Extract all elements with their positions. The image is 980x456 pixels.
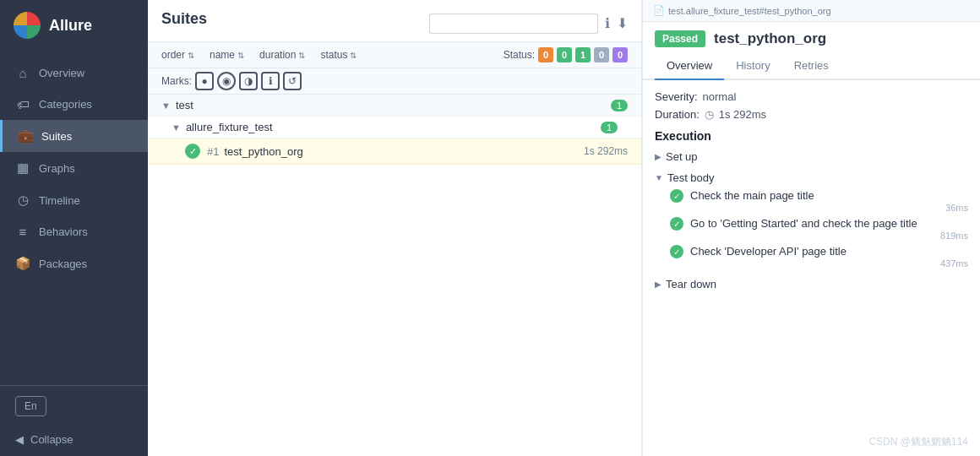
sort-status-icon: ⇅ xyxy=(350,51,357,60)
step-item-2: ✓ Check 'Developer API' page title 437ms xyxy=(655,242,968,270)
sidebar-item-overview[interactable]: ⌂ Overview xyxy=(0,57,148,89)
step-item-1: ✓ Go to 'Getting Started' and check the … xyxy=(655,214,968,242)
suites-title-row: Suites ℹ ⬇ xyxy=(161,10,628,36)
passed-badge: Passed xyxy=(655,30,705,47)
step-text-2: Check 'Developer API' page title xyxy=(690,245,968,258)
chevron-left-icon: ◀ xyxy=(15,433,24,446)
status-filter-label: Status: xyxy=(504,49,535,61)
mark-refresh[interactable]: ↺ xyxy=(283,72,302,90)
sub-suite-count: 1 xyxy=(601,122,618,133)
step-check-0: ✓ xyxy=(670,189,683,203)
col-order-label: order xyxy=(161,49,185,61)
sidebar-item-behaviors[interactable]: ≡ Behaviors xyxy=(0,216,148,247)
timeline-icon: ◷ xyxy=(15,193,30,208)
duration-label: Duration: xyxy=(655,108,700,121)
setup-caret-icon: ▶ xyxy=(655,152,662,161)
step-check-1: ✓ xyxy=(670,217,683,231)
test-status-passed-icon: ✓ xyxy=(185,144,200,159)
steps-list: ✓ Check the main page title 36ms ✓ Go to… xyxy=(655,187,968,270)
step-text-1: Go to 'Getting Started' and check the pa… xyxy=(690,217,968,230)
search-input[interactable] xyxy=(429,14,598,34)
test-body-row[interactable]: ▼ Test body xyxy=(655,169,968,187)
status-badge-skipped[interactable]: 0 xyxy=(594,47,609,62)
detail-panel: 📄 test.allure_fixture_test#test_python_o… xyxy=(642,0,980,456)
step-check-2: ✓ xyxy=(670,245,683,258)
teardown-row[interactable]: ▶ Tear down xyxy=(655,275,968,293)
sidebar-item-graphs[interactable]: ▦ Graphs xyxy=(0,152,148,184)
detail-title-row: Passed test_python_org xyxy=(643,22,980,52)
download-icon[interactable]: ⬇ xyxy=(617,15,628,31)
test-duration: 1s 292ms xyxy=(584,145,628,157)
suite-name-test: test xyxy=(176,99,193,111)
sidebar-item-categories[interactable]: 🏷 Categories xyxy=(0,89,148,120)
suites-panel: Suites ℹ ⬇ order ⇅ name ⇅ duration ⇅ sta… xyxy=(148,0,642,456)
behaviors-icon: ≡ xyxy=(15,225,30,239)
setup-row[interactable]: ▶ Set up xyxy=(655,148,968,166)
col-duration-label: duration xyxy=(259,49,296,61)
detail-body: Severity: normal Duration: ◷ 1s 292ms Ex… xyxy=(643,80,980,428)
col-order[interactable]: order ⇅ xyxy=(161,49,194,61)
briefcase-icon: 💼 xyxy=(18,128,33,144)
app-logo: Allure xyxy=(0,0,148,51)
sidebar-item-suites[interactable]: 💼 Suites xyxy=(0,120,148,152)
suite-count-test: 1 xyxy=(611,100,628,111)
marks-row: Marks: ● ◉ ◑ ℹ ↺ xyxy=(148,68,641,95)
clock-icon: ◷ xyxy=(705,108,714,121)
status-badge-broken[interactable]: 0 xyxy=(557,47,572,62)
col-duration[interactable]: duration ⇅ xyxy=(259,49,305,61)
status-badge-unknown[interactable]: 0 xyxy=(612,47,628,62)
detail-tabs: Overview History Retries xyxy=(643,52,980,80)
severity-label: Severity: xyxy=(655,90,698,103)
packages-icon: 📦 xyxy=(15,256,30,271)
watermark: CSDN @魑魅魍魉114 xyxy=(643,428,980,456)
test-body-label: Test body xyxy=(667,171,715,184)
sidebar-item-timeline[interactable]: ◷ Timeline xyxy=(0,184,148,216)
step-duration-1: 819ms xyxy=(940,231,968,241)
collapse-button[interactable]: ◀ Collapse xyxy=(15,433,133,446)
mark-info[interactable]: ℹ xyxy=(261,72,280,90)
tab-retries[interactable]: Retries xyxy=(782,52,841,80)
sort-duration-icon: ⇅ xyxy=(298,51,305,60)
breadcrumb-file-icon: 📄 xyxy=(653,5,665,16)
mark-half[interactable]: ◑ xyxy=(239,72,258,90)
test-list: ▼ test 1 ▼ allure_fixture_test 1 ✓ #1 te… xyxy=(148,95,641,456)
severity-row: Severity: normal xyxy=(655,90,968,103)
tab-history[interactable]: History xyxy=(724,52,781,80)
status-badge-passed[interactable]: 1 xyxy=(575,47,591,62)
execution-title: Execution xyxy=(655,129,968,143)
info-icon[interactable]: ℹ xyxy=(605,15,610,31)
mark-filled-circle[interactable]: ● xyxy=(195,72,214,90)
col-status-label: status xyxy=(320,49,347,61)
bar-chart-icon: ▦ xyxy=(15,160,30,176)
sidebar-label-packages: Packages xyxy=(39,258,87,270)
suite-header-test[interactable]: ▼ test 1 xyxy=(148,95,641,117)
severity-value: normal xyxy=(703,90,737,103)
tab-overview[interactable]: Overview xyxy=(655,52,724,80)
detail-test-name: test_python_org xyxy=(714,30,826,47)
sub-suite-header-allure[interactable]: ▼ allure_fixture_test 1 xyxy=(148,117,641,138)
sidebar-label-graphs: Graphs xyxy=(39,162,75,175)
teardown-label: Tear down xyxy=(666,278,716,290)
suites-header: Suites ℹ ⬇ xyxy=(148,0,641,42)
suite-toggle-test: ▼ xyxy=(161,100,171,111)
sidebar-label-behaviors: Behaviors xyxy=(39,225,88,238)
col-name[interactable]: name ⇅ xyxy=(210,49,244,61)
sub-suite-name: allure_fixture_test xyxy=(186,121,273,133)
setup-label: Set up xyxy=(666,150,698,163)
col-status[interactable]: status ⇅ xyxy=(320,49,357,61)
sidebar-item-packages[interactable]: 📦 Packages xyxy=(0,247,148,280)
sidebar-nav: ⌂ Overview 🏷 Categories 💼 Suites ▦ Graph… xyxy=(0,51,148,385)
language-button[interactable]: En xyxy=(15,396,46,416)
sidebar-label-timeline: Timeline xyxy=(39,194,80,207)
status-badge-failed[interactable]: 0 xyxy=(538,47,553,62)
detail-breadcrumb: 📄 test.allure_fixture_test#test_python_o… xyxy=(643,0,980,22)
mark-ring[interactable]: ◉ xyxy=(217,72,236,90)
app-name: Allure xyxy=(49,17,92,35)
logo-icon xyxy=(14,12,41,39)
collapse-label: Collapse xyxy=(30,433,74,446)
test-name: test_python_org xyxy=(224,145,584,158)
breadcrumb-text: test.allure_fixture_test#test_python_org xyxy=(668,6,831,16)
suite-group-test: ▼ test 1 ▼ allure_fixture_test 1 ✓ #1 te… xyxy=(148,95,641,165)
test-item-0[interactable]: ✓ #1 test_python_org 1s 292ms xyxy=(148,138,641,165)
step-duration-0: 36ms xyxy=(945,203,968,213)
